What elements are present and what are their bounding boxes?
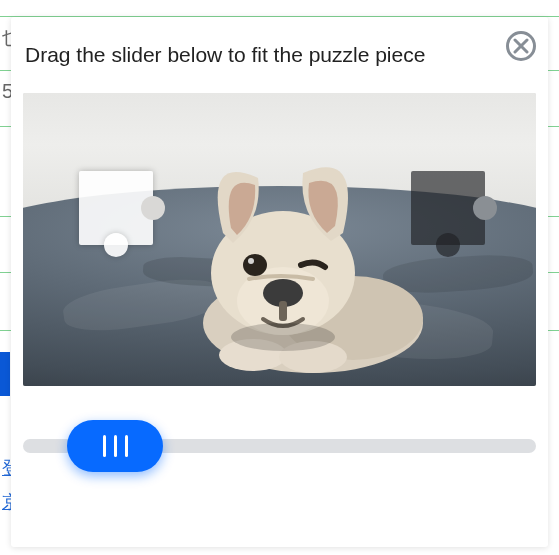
captcha-instruction: Drag the slider below to fit the puzzle …	[25, 43, 534, 67]
svg-point-11	[248, 258, 254, 264]
svg-rect-9	[279, 301, 287, 321]
captcha-dialog: Drag the slider below to fit the puzzle …	[11, 17, 548, 547]
svg-point-10	[243, 254, 267, 276]
close-icon	[513, 38, 529, 54]
close-button[interactable]	[506, 31, 536, 61]
captcha-subject-dog	[163, 123, 423, 373]
puzzle-target-socket	[411, 171, 485, 245]
bg-primary-button-sliver	[0, 352, 10, 396]
svg-point-12	[231, 323, 335, 351]
slider-grip-icon	[125, 435, 128, 457]
captcha-image	[23, 93, 536, 386]
captcha-header: Drag the slider below to fit the puzzle …	[11, 17, 548, 79]
captcha-slider	[23, 418, 536, 474]
slider-handle[interactable]	[67, 420, 163, 472]
slider-grip-icon	[103, 435, 106, 457]
slider-grip-icon	[114, 435, 117, 457]
puzzle-piece[interactable]	[79, 171, 153, 245]
